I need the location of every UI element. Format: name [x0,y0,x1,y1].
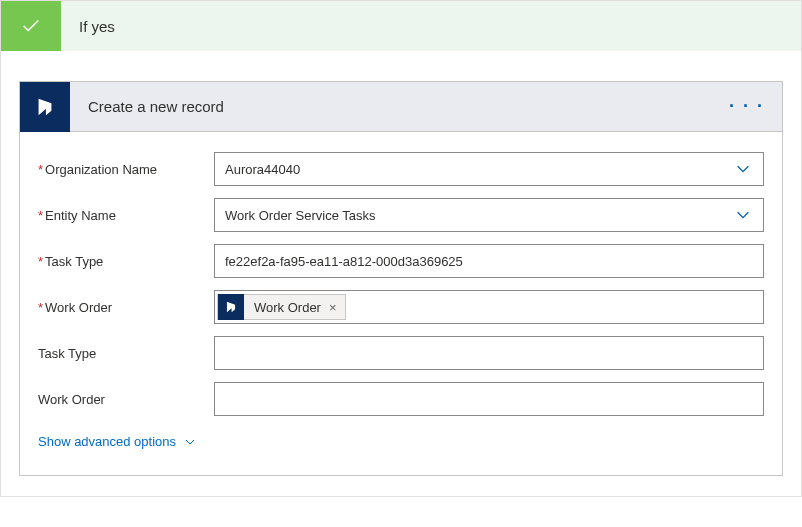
label-work-order-required: * Work Order [38,300,214,315]
entity-name-value: Work Order Service Tasks [225,208,733,223]
label-text: Task Type [38,346,96,361]
task-type-optional-input[interactable] [214,336,764,370]
row-task-type-optional: Task Type [20,330,782,376]
action-menu-button[interactable]: · · · [711,96,782,117]
chevron-down-icon [184,436,196,448]
dynamics-icon [34,96,56,118]
label-task-type-optional: Task Type [38,346,214,361]
label-text: Task Type [45,254,103,269]
required-marker: * [38,208,43,223]
action-header[interactable]: Create a new record · · · [20,82,782,132]
condition-header[interactable]: If yes [1,1,801,51]
show-advanced-options-link[interactable]: Show advanced options [38,434,196,449]
flow-container: If yes Create a new record · · · * [0,0,802,497]
label-task-type-required: * Task Type [38,254,214,269]
label-entity-name: * Entity Name [38,208,214,223]
label-work-order-optional: Work Order [38,392,214,407]
label-text: Entity Name [45,208,116,223]
required-marker: * [38,300,43,315]
token-label: Work Order [244,300,329,315]
required-marker: * [38,254,43,269]
label-text: Work Order [38,392,105,407]
row-entity-name: * Entity Name Work Order Service Tasks [20,192,782,238]
advanced-link-label: Show advanced options [38,434,176,449]
label-text: Work Order [45,300,112,315]
dynamics-icon [218,294,244,320]
work-order-input[interactable]: Work Order × [214,290,764,324]
row-work-order-optional: Work Order [20,376,782,422]
action-form: * Organization Name Aurora44040 [20,132,782,475]
chevron-down-icon [733,161,753,177]
label-text: Organization Name [45,162,157,177]
required-marker: * [38,162,43,177]
row-task-type-required: * Task Type fe22ef2a-fa95-ea11-a812-000d… [20,238,782,284]
body-area: Create a new record · · · * Organization… [1,51,801,496]
condition-title: If yes [61,18,115,35]
task-type-input[interactable]: fe22ef2a-fa95-ea11-a812-000d3a369625 [214,244,764,278]
organization-name-select[interactable]: Aurora44040 [214,152,764,186]
chevron-down-icon [733,207,753,223]
action-title: Create a new record [70,98,711,115]
token-remove-button[interactable]: × [329,300,345,315]
organization-name-value: Aurora44040 [225,162,733,177]
checkmark-icon [20,15,42,37]
action-icon-box [20,82,70,132]
condition-icon-box [1,1,61,51]
row-work-order-required: * Work Order Work Order × [20,284,782,330]
work-order-token[interactable]: Work Order × [217,294,346,320]
entity-name-select[interactable]: Work Order Service Tasks [214,198,764,232]
action-card: Create a new record · · · * Organization… [19,81,783,476]
work-order-optional-input[interactable] [214,382,764,416]
advanced-options-row: Show advanced options [20,422,782,465]
task-type-value: fe22ef2a-fa95-ea11-a812-000d3a369625 [225,254,753,269]
row-organization-name: * Organization Name Aurora44040 [20,146,782,192]
label-organization-name: * Organization Name [38,162,214,177]
